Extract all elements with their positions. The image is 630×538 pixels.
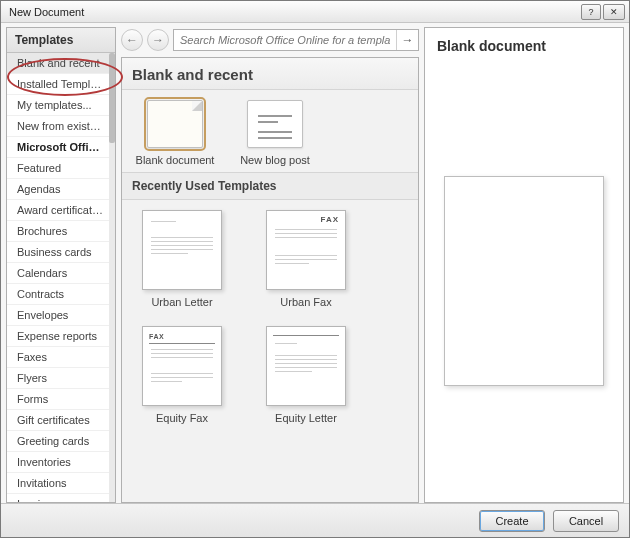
dialog-footer: Create Cancel <box>1 503 629 537</box>
preview-pane: Blank document <box>424 27 624 503</box>
search-go-button[interactable]: → <box>396 30 418 50</box>
sidebar-scrollbar[interactable] <box>109 53 115 502</box>
sidebar-list: Blank and recentInstalled TemplatesMy te… <box>7 53 115 502</box>
template-blank-document[interactable]: Blank document <box>134 100 216 166</box>
sidebar-item[interactable]: Expense reports <box>7 326 109 347</box>
recent-section-title: Recently Used Templates <box>122 172 418 200</box>
template-row: Blank documentNew blog post <box>122 90 418 172</box>
sidebar-item[interactable]: Flyers <box>7 368 109 389</box>
sidebar-item[interactable]: Blank and recent <box>7 53 109 74</box>
sidebar-item[interactable]: Award certificates <box>7 200 109 221</box>
template-thumbnail <box>147 100 203 148</box>
recent-label: Equity Fax <box>156 412 208 424</box>
window-title: New Document <box>5 6 581 18</box>
sidebar-item[interactable]: Invoices <box>7 494 109 502</box>
template-thumbnail <box>247 100 303 148</box>
recent-label: Equity Letter <box>275 412 337 424</box>
recent-equity-letter[interactable]: Equity Letter <box>258 326 354 424</box>
sidebar-item[interactable]: Brochures <box>7 221 109 242</box>
sidebar-item[interactable]: Business cards <box>7 242 109 263</box>
preview-title: Blank document <box>425 28 623 60</box>
close-button[interactable]: ✕ <box>603 4 625 20</box>
section-title: Blank and recent <box>122 58 418 90</box>
recent-label: Urban Fax <box>280 296 331 308</box>
sidebar-item[interactable]: Inventories <box>7 452 109 473</box>
cancel-button[interactable]: Cancel <box>553 510 619 532</box>
recent-urban-fax[interactable]: FAXUrban Fax <box>258 210 354 308</box>
sidebar-item[interactable]: Forms <box>7 389 109 410</box>
sidebar-item[interactable]: Faxes <box>7 347 109 368</box>
nav-back-button[interactable]: ← <box>121 29 143 51</box>
main-panel: Blank and recent Blank documentNew blog … <box>121 57 419 503</box>
scrollbar-thumb[interactable] <box>109 53 115 143</box>
templates-sidebar: Templates Blank and recentInstalled Temp… <box>6 27 116 503</box>
create-button[interactable]: Create <box>479 510 545 532</box>
dialog-content: Templates Blank and recentInstalled Temp… <box>1 23 629 503</box>
recent-urban-letter[interactable]: Urban Letter <box>134 210 230 308</box>
recent-thumbnail <box>266 326 346 406</box>
recent-label: Urban Letter <box>151 296 212 308</box>
recent-thumbnail: FAX <box>142 326 222 406</box>
window-buttons: ? ✕ <box>581 4 625 20</box>
sidebar-item[interactable]: Invitations <box>7 473 109 494</box>
template-label: Blank document <box>136 154 215 166</box>
template-label: New blog post <box>240 154 310 166</box>
sidebar-item[interactable]: My templates... <box>7 95 109 116</box>
recent-grid: Urban LetterFAXUrban FaxFAXEquity FaxEqu… <box>122 200 418 502</box>
sidebar-item[interactable]: Microsoft Office Online <box>7 137 109 158</box>
sidebar-item[interactable]: Gift certificates <box>7 410 109 431</box>
sidebar-item[interactable]: Installed Templates <box>7 74 109 95</box>
titlebar: New Document ? ✕ <box>1 1 629 23</box>
middle-column: ← → → Blank and recent Blank documentNew… <box>121 27 419 503</box>
nav-forward-button[interactable]: → <box>147 29 169 51</box>
sidebar-header: Templates <box>7 28 115 53</box>
sidebar-item[interactable]: Calendars <box>7 263 109 284</box>
sidebar-item[interactable]: Contracts <box>7 284 109 305</box>
sidebar-item[interactable]: Featured <box>7 158 109 179</box>
search-box: → <box>173 29 419 51</box>
search-input[interactable] <box>174 34 396 46</box>
new-document-dialog: New Document ? ✕ Templates Blank and rec… <box>0 0 630 538</box>
template-new-blog-post[interactable]: New blog post <box>234 100 316 166</box>
sidebar-item[interactable]: Envelopes <box>7 305 109 326</box>
recent-equity-fax[interactable]: FAXEquity Fax <box>134 326 230 424</box>
sidebar-item[interactable]: Greeting cards <box>7 431 109 452</box>
preview-page <box>444 176 604 386</box>
recent-thumbnail: FAX <box>266 210 346 290</box>
sidebar-item[interactable]: New from existing... <box>7 116 109 137</box>
sidebar-item[interactable]: Agendas <box>7 179 109 200</box>
help-button[interactable]: ? <box>581 4 601 20</box>
preview-body <box>425 60 623 502</box>
recent-thumbnail <box>142 210 222 290</box>
toolbar: ← → → <box>121 27 419 57</box>
